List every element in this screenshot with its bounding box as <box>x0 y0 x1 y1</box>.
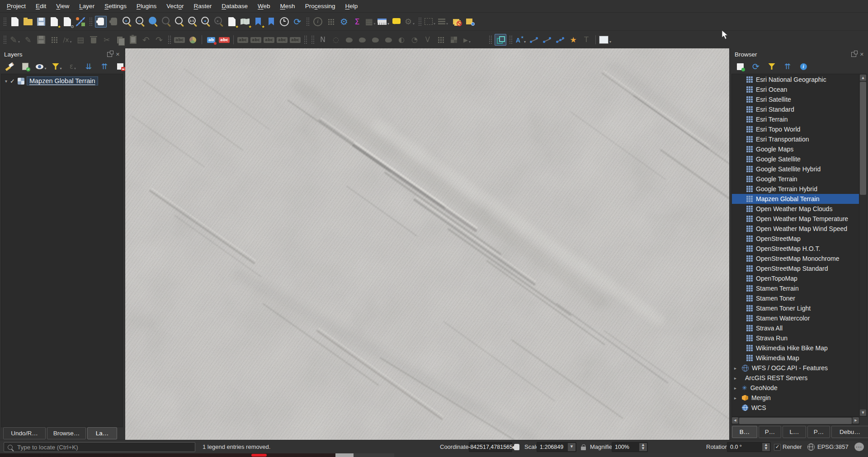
dropdown-arrow-icon[interactable]: ▾ <box>609 40 611 46</box>
spinner-arrows-icon[interactable]: ▲▼ <box>639 443 647 451</box>
scroll-up-icon[interactable]: ▲ <box>860 75 866 81</box>
open-project-button[interactable] <box>22 16 34 28</box>
menu-project[interactable]: Project <box>2 0 31 12</box>
line-annotation-button[interactable] <box>554 34 566 46</box>
new-map-view-button[interactable]: ★ <box>226 16 238 28</box>
delete-selected-button[interactable] <box>88 34 99 46</box>
dropdown-arrow-icon[interactable]: ▾ <box>387 22 389 28</box>
text-annotation-button[interactable]: T <box>580 34 592 46</box>
browser-item-openstreetmap-monochrome[interactable]: OpenStreetMap Monochrome <box>732 254 859 264</box>
advanced-digitizing-panel-button[interactable]: N <box>317 34 329 46</box>
reshape-features-button[interactable] <box>435 34 447 46</box>
browser-item-stamen-toner-light[interactable]: Stamen Toner Light <box>732 303 859 313</box>
horizontal-scrollbar[interactable]: ◀ ▶ <box>731 417 859 425</box>
zoom-full-button[interactable] <box>147 16 159 28</box>
collapse-all-browser-button[interactable]: ⇈ <box>782 61 793 72</box>
merge-features-button[interactable]: ▶▾ <box>461 34 473 46</box>
menu-edit[interactable]: Edit <box>31 0 51 12</box>
toolbar-handle[interactable] <box>89 17 92 26</box>
menu-view[interactable]: View <box>51 0 74 12</box>
run-feature-action-button[interactable]: ⚙▾ <box>404 16 415 28</box>
select-by-expression-button[interactable]: ▾ <box>437 16 449 28</box>
move-label-button[interactable]: abc <box>250 34 262 46</box>
layer-row[interactable]: ▾ ✓ Mapzen Global Terrain <box>1 75 123 87</box>
menu-database[interactable]: Database <box>217 0 253 12</box>
manage-map-themes-button[interactable]: ▾ <box>35 61 47 72</box>
dock-tab-browse[interactable]: Browse… <box>47 427 86 439</box>
browser-item-strava-all[interactable]: Strava All <box>732 323 859 333</box>
browser-item-stamen-toner[interactable]: Stamen Toner <box>732 293 859 303</box>
browser-item-mapzen-global-terrain[interactable]: Mapzen Global Terrain <box>732 194 859 204</box>
current-edits-button[interactable]: ✎▾ <box>9 34 21 46</box>
pin-unpin-labels-button[interactable]: ab <box>205 34 217 46</box>
crs-globe-icon[interactable] <box>807 443 815 451</box>
browser-item-openstreetmap-standard[interactable]: OpenStreetMap Standard <box>732 264 859 273</box>
vertical-scrollbar[interactable]: ▲ ▼ <box>859 74 867 416</box>
undo-button[interactable]: ↶ <box>140 34 152 46</box>
dropdown-arrow-icon[interactable]: ▾ <box>70 40 72 46</box>
menu-vector[interactable]: Vector <box>161 0 189 12</box>
map-canvas[interactable] <box>125 48 729 440</box>
scale-combobox[interactable]: 1:206849 ▼ <box>537 442 576 452</box>
refresh-browser-button[interactable]: ⟳ <box>750 61 762 72</box>
enable-properties-widget-button[interactable] <box>797 61 809 72</box>
statistics-summary-button[interactable]: Σ <box>351 16 363 28</box>
temporal-controller-button[interactable] <box>278 16 290 28</box>
scroll-down-icon[interactable]: ▼ <box>860 410 866 416</box>
marker-annotation-button[interactable]: ★ <box>567 34 579 46</box>
browser-item-google-terrain-hybrid[interactable]: Google Terrain Hybrid <box>732 184 859 194</box>
new-map-annotation-button[interactable] <box>463 16 475 28</box>
attribute-table-button[interactable]: ▦▾ <box>364 16 376 28</box>
dropdown-arrow-icon[interactable]: ▾ <box>44 66 46 72</box>
filter-by-expression-button[interactable]: ε▾ <box>67 61 79 72</box>
new-3d-map-view-button[interactable]: ★ <box>239 16 251 28</box>
expand-icon[interactable]: ▸ <box>734 386 739 391</box>
dropdown-arrow-icon[interactable]: ▾ <box>60 66 61 72</box>
select-features-by-value-button[interactable] <box>325 16 337 28</box>
style-manager-button[interactable] <box>75 16 86 28</box>
save-project-button[interactable] <box>35 16 47 28</box>
dropdown-arrow-icon[interactable]: ▾ <box>446 22 448 28</box>
show-spatial-bookmarks-button[interactable] <box>265 16 277 28</box>
pan-to-selection-button[interactable] <box>108 16 120 28</box>
toolbar-handle[interactable] <box>304 35 307 44</box>
close-panel-icon[interactable]: ✕ <box>116 52 120 57</box>
redo-button[interactable]: ↷ <box>153 34 165 46</box>
menu-mesh[interactable]: Mesh <box>275 0 300 12</box>
toolbar-handle[interactable] <box>306 17 309 26</box>
browser-item-opentopomap[interactable]: OpenTopoMap <box>732 273 859 283</box>
dock-tab-p[interactable]: P… <box>807 426 830 438</box>
add-ring-button[interactable]: ◔ <box>409 34 420 46</box>
browser-item-esri-standard[interactable]: Esri Standard <box>732 104 859 114</box>
lock-scale-icon[interactable] <box>581 447 586 450</box>
render-checkbox[interactable]: ✓ <box>774 444 781 451</box>
toolbar-handle[interactable] <box>489 35 492 44</box>
locator-input[interactable] <box>16 443 191 451</box>
copy-features-button[interactable] <box>114 34 126 46</box>
remove-layer-button[interactable] <box>114 61 126 72</box>
browser-item-wfs-ogc-api-features[interactable]: ▸WFS / OGC API - Features <box>732 363 859 373</box>
browser-item-open-weather-map-clouds[interactable]: Open Weather Map Clouds <box>732 204 859 214</box>
browser-item-google-maps[interactable]: Google Maps <box>732 144 859 154</box>
scroll-left-icon[interactable]: ◀ <box>732 417 738 424</box>
scrollbar-thumb[interactable] <box>739 418 852 424</box>
messages-icon[interactable]: ··· <box>854 443 864 451</box>
save-layer-edits-button[interactable] <box>35 34 47 46</box>
toolbar-handle[interactable] <box>418 17 421 26</box>
digitize-with-segment-button[interactable] <box>48 34 60 46</box>
polygon-annotation-button[interactable] <box>541 34 553 46</box>
expand-icon[interactable]: ▸ <box>734 366 739 371</box>
fill-ring-button[interactable]: ◐ <box>396 34 407 46</box>
browser-item-esri-topo-world[interactable]: Esri Topo World <box>732 124 859 134</box>
toolbar-handle[interactable] <box>311 35 314 44</box>
new-print-layout-button[interactable]: ★ <box>48 16 60 28</box>
select-features-button[interactable]: ▾ <box>424 16 436 28</box>
add-selected-layers-button[interactable] <box>734 61 746 72</box>
browser-item-esri-transportation[interactable]: Esri Transportation <box>732 134 859 144</box>
identify-features-button[interactable] <box>312 16 324 28</box>
toggle-editing-button[interactable]: ✎ <box>22 34 34 46</box>
browser-item-google-satellite[interactable]: Google Satellite <box>732 154 859 164</box>
dropdown-arrow-icon[interactable]: ▾ <box>74 66 76 72</box>
simplify-feature-button[interactable] <box>382 34 394 46</box>
processing-toolbox-button[interactable]: ⚙ <box>338 16 350 28</box>
